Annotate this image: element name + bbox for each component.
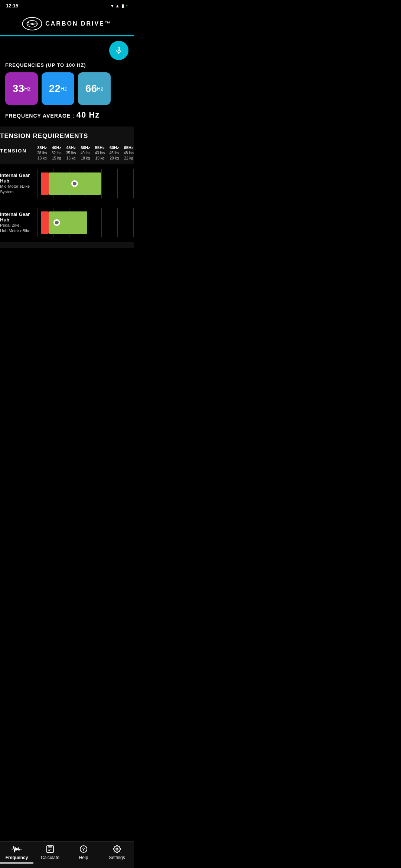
tension-col-3: 50Hz 40 lbs 18 kg	[81, 145, 91, 161]
col-hz-0: 35Hz	[38, 145, 47, 151]
freq-unit-2: Hz	[61, 86, 67, 92]
bar-red-2	[41, 211, 49, 234]
brand-text: CARBON DRIVE™	[45, 20, 112, 27]
content-padding	[0, 248, 134, 278]
bar-dot-inner-2	[55, 221, 59, 224]
chart-area: Internal Gear Hub Mid-Motor eBike System	[0, 164, 134, 242]
col-kg-0: 13 kg	[38, 156, 46, 161]
header-logo-area: Gates CARBON DRIVE™	[0, 10, 134, 36]
gl-2-6	[133, 208, 134, 237]
col-hz-1: 40Hz	[52, 145, 61, 151]
col-lbs-5: 45 lbs	[109, 151, 119, 156]
col-lbs-6: 48 lbs	[124, 151, 134, 156]
col-lbs-1: 32 lbs	[52, 151, 62, 156]
col-hz-2: 45Hz	[66, 145, 76, 151]
chart-row-2-name: Internal Gear Hub	[0, 211, 37, 223]
svg-text:Gates: Gates	[26, 22, 38, 26]
gl-2-5	[117, 208, 118, 237]
signal-icon: ▲	[115, 3, 120, 9]
frequencies-label: FREQUENCIES (UP TO 100 HZ)	[5, 62, 128, 68]
freq-avg-value: 40 Hz	[76, 110, 100, 119]
gl-1-5	[117, 169, 118, 198]
tension-col-2: 45Hz 35 lbs 16 kg	[66, 145, 76, 161]
gl-1-6	[133, 169, 134, 198]
chart-row-2-label: Internal Gear Hub Pedal Bike, Hub Motor …	[0, 211, 37, 234]
tension-col-4: 55Hz 43 lbs 19 kg	[95, 145, 105, 161]
tension-header: TENSION 35Hz 28 lbs 13 kg 40Hz 32 lbs 15…	[0, 145, 134, 164]
logo-row: Gates CARBON DRIVE™	[22, 17, 112, 31]
freq-value-3: 66	[85, 83, 97, 95]
col-kg-2: 16 kg	[66, 156, 75, 161]
chart-bar-area-1	[37, 169, 134, 198]
gl-1-4	[101, 169, 102, 198]
chart-row-2: Internal Gear Hub Pedal Bike, Hub Motor …	[0, 203, 134, 242]
tension-col-6: 65Hz 48 lbs 22 kg	[124, 145, 134, 161]
col-hz-6: 65Hz	[124, 145, 134, 151]
mic-icon	[114, 46, 123, 55]
tension-col-5: 60Hz 45 lbs 20 kg	[109, 145, 119, 161]
dot-icon: ●	[126, 4, 128, 7]
freq-box-3: 66 Hz	[78, 72, 111, 105]
battery-icon: ▮	[121, 3, 124, 9]
freq-avg-label: FREQUENCY AVERAGE :	[5, 113, 75, 119]
freq-unit-1: Hz	[24, 86, 30, 92]
tension-col-0: 35Hz 28 lbs 13 kg	[37, 145, 47, 161]
wifi-icon: ▾	[111, 3, 113, 9]
chart-row-1: Internal Gear Hub Mid-Motor eBike System	[0, 164, 134, 203]
freq-avg: FREQUENCY AVERAGE : 40 Hz	[5, 110, 128, 120]
gl-2-4	[101, 208, 102, 237]
status-icons: ▾ ▲ ▮ ●	[111, 3, 128, 9]
col-lbs-0: 28 lbs	[37, 151, 47, 156]
gl-2-0	[37, 208, 38, 237]
status-bar: 12:15 ▾ ▲ ▮ ●	[0, 0, 134, 10]
time-display: 12:15	[6, 3, 18, 9]
freq-value-1: 33	[13, 83, 24, 95]
tension-section: TENSION REQUIREMENTS TENSION 35Hz 28 lbs…	[0, 126, 134, 248]
freq-value-2: 22	[49, 83, 61, 95]
col-hz-4: 55Hz	[95, 145, 105, 151]
col-lbs-2: 35 lbs	[66, 151, 76, 156]
col-kg-5: 20 kg	[110, 156, 118, 161]
col-kg-3: 18 kg	[81, 156, 90, 161]
freq-box-1: 33 Hz	[5, 72, 38, 105]
col-kg-1: 15 kg	[52, 156, 61, 161]
col-kg-4: 19 kg	[95, 156, 104, 161]
main-content: FREQUENCIES (UP TO 100 HZ) 33 Hz 22 Hz 6…	[0, 36, 134, 120]
col-kg-6: 22 kg	[124, 156, 133, 161]
chart-row-1-name: Internal Gear Hub	[0, 172, 37, 184]
col-lbs-4: 43 lbs	[95, 151, 105, 156]
chart-row-1-label: Internal Gear Hub Mid-Motor eBike System	[0, 172, 37, 195]
bar-red-1	[41, 172, 49, 195]
bar-dot-inner-1	[73, 182, 76, 185]
mic-button[interactable]	[109, 41, 128, 60]
bar-dot-2	[53, 219, 60, 226]
chart-row-2-sub: Pedal Bike, Hub Motor eBike	[0, 223, 37, 234]
col-hz-3: 50Hz	[81, 145, 90, 151]
col-hz-5: 60Hz	[110, 145, 119, 151]
col-lbs-3: 40 lbs	[81, 151, 91, 156]
tension-title: TENSION REQUIREMENTS	[0, 132, 134, 140]
tension-label-col: TENSION	[0, 145, 37, 154]
chart-row-1-sub: Mid-Motor eBike System	[0, 184, 37, 195]
bar-dot-1	[71, 180, 78, 187]
freq-box-2: 22 Hz	[42, 72, 74, 105]
tension-cols: 35Hz 28 lbs 13 kg 40Hz 32 lbs 15 kg 45Hz…	[37, 145, 134, 161]
frequency-boxes: 33 Hz 22 Hz 66 Hz	[5, 72, 128, 105]
gl-1-0	[37, 169, 38, 198]
chart-bar-area-2	[37, 208, 134, 237]
freq-unit-3: Hz	[97, 86, 103, 92]
tension-col-1: 40Hz 32 lbs 15 kg	[52, 145, 62, 161]
gates-logo-svg: Gates	[22, 17, 42, 31]
